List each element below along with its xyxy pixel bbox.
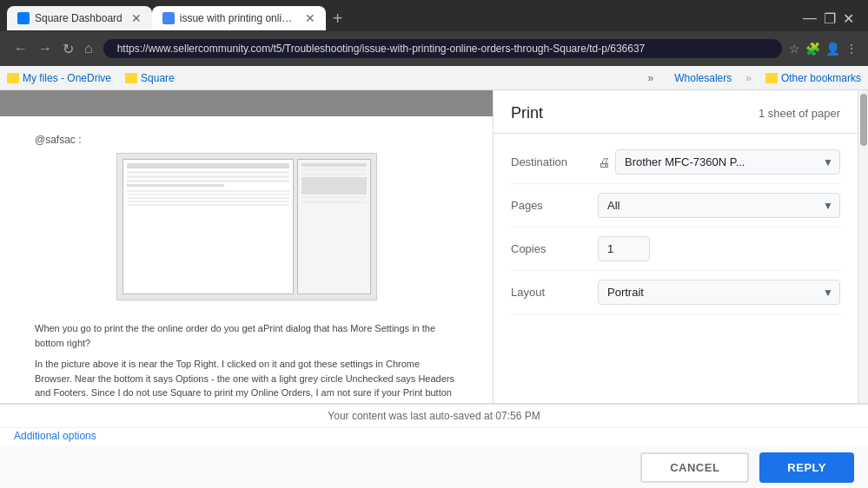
pages-row: Pages All ▼ [511, 184, 840, 228]
copies-control [598, 236, 840, 261]
reload-button[interactable]: ↻ [59, 39, 77, 59]
maximize-button[interactable]: ❐ [824, 10, 836, 27]
more-options-button[interactable]: ⋮ [845, 42, 858, 56]
forward-button[interactable]: → [35, 39, 56, 58]
bookmark-wholesalers[interactable]: Wholesalers [674, 72, 732, 84]
copies-label: Copies [511, 242, 598, 255]
layout-select[interactable]: Portrait Landscape [598, 280, 840, 305]
tab-label-1: Square Dashboard [35, 12, 123, 24]
bookmark-onedrive[interactable]: My files - OneDrive [7, 72, 111, 84]
pages-select[interactable]: All [598, 193, 840, 218]
destination-select-wrapper: 🖨 Brother MFC-7360N P... ▼ [598, 149, 840, 175]
preview-image [116, 153, 377, 300]
close-window-button[interactable]: ✕ [843, 10, 854, 27]
tab-favicon-1 [17, 12, 30, 24]
layout-label: Layout [511, 286, 598, 299]
additional-options-link[interactable]: Additional options [0, 428, 868, 445]
bookmark-label-onedrive: My files - OneDrive [23, 72, 111, 84]
content-inner: @safsac : [0, 116, 493, 446]
profile-button[interactable]: 👤 [825, 42, 840, 56]
tab-bar: Square Dashboard ✕ issue with printing o… [0, 0, 868, 31]
new-tab-button[interactable]: + [326, 9, 350, 29]
content-paragraph-1: When you go to print the the online orde… [35, 321, 458, 350]
print-title: Print [511, 104, 543, 122]
bookmark-icons: ☆ 🧩 👤 ⋮ [789, 42, 858, 56]
minimize-button[interactable]: — [803, 10, 817, 26]
destination-select[interactable]: Brother MFC-7360N P... [615, 149, 840, 175]
tab-close-1[interactable]: ✕ [131, 11, 142, 25]
layout-select-wrapper: Portrait Landscape ▼ [598, 280, 840, 305]
folder-icon-other [765, 73, 778, 83]
address-bar: ← → ↻ ⌂ ☆ 🧩 👤 ⋮ [0, 31, 868, 66]
bookmarks-arrow: » [745, 72, 752, 84]
bookmarks-bar: My files - OneDrive Square » Wholesalers… [0, 66, 868, 90]
browser-window: Square Dashboard ✕ issue with printing o… [0, 0, 868, 90]
bookmark-star-button[interactable]: ☆ [789, 42, 800, 56]
tab-close-2[interactable]: ✕ [305, 11, 315, 25]
bookmark-square[interactable]: Square [125, 72, 175, 84]
destination-row: Destination 🖨 Brother MFC-7360N P... ▼ [511, 141, 840, 184]
folder-icon-square [125, 73, 137, 83]
print-header: Print 1 sheet of paper [494, 90, 858, 134]
reply-button[interactable]: REPLY [759, 452, 854, 483]
layout-row: Layout Portrait Landscape ▼ [511, 271, 840, 314]
home-button[interactable]: ⌂ [81, 39, 96, 58]
user-handle: @safsac : [35, 134, 458, 146]
bookmark-label-wholesalers: Wholesalers [674, 72, 732, 84]
print-sheets: 1 sheet of paper [759, 107, 840, 120]
tab-favicon-2 [162, 12, 175, 24]
tab-square-dashboard[interactable]: Square Dashboard ✕ [7, 6, 152, 30]
bottom-editor-area: Your content was last auto-saved at 07:5… [0, 403, 868, 488]
tab-label-2: issue with printing online order... [180, 12, 296, 24]
folder-icon-onedrive [7, 73, 19, 83]
extensions-button[interactable]: 🧩 [805, 42, 820, 56]
printer-icon: 🖨 [598, 155, 610, 169]
destination-label: Destination [511, 155, 598, 168]
nav-buttons: ← → ↻ ⌂ [10, 39, 96, 59]
tab-issue-printing[interactable]: issue with printing online order... ✕ [152, 6, 326, 30]
pages-label: Pages [511, 199, 598, 212]
copies-input[interactable] [598, 236, 650, 261]
page-wrapper: @safsac : [0, 90, 868, 488]
reply-bar: CANCEL REPLY [0, 445, 868, 488]
autosave-text: Your content was last auto-saved at 07:5… [328, 410, 540, 422]
copies-row: Copies [511, 228, 840, 271]
top-bar-placeholder [0, 90, 493, 116]
bookmark-other[interactable]: Other bookmarks [765, 72, 861, 84]
bookmarks-separator: » [648, 72, 654, 84]
destination-control: 🖨 Brother MFC-7360N P... ▼ [598, 149, 840, 175]
cancel-reply-button[interactable]: CANCEL [640, 452, 749, 483]
autosave-bar: Your content was last auto-saved at 07:5… [0, 405, 868, 428]
layout-control: Portrait Landscape ▼ [598, 280, 840, 305]
bookmark-label-other: Other bookmarks [781, 72, 861, 84]
additional-options-label: Additional options [14, 430, 96, 442]
pages-control: All ▼ [598, 193, 840, 218]
pages-select-wrapper: All ▼ [598, 193, 840, 218]
window-controls: — ❐ ✕ [803, 10, 861, 27]
back-button[interactable]: ← [10, 39, 31, 58]
bookmark-label-square: Square [141, 72, 175, 84]
url-bar[interactable] [103, 39, 782, 58]
print-form: Destination 🖨 Brother MFC-7360N P... ▼ [494, 134, 858, 402]
scrollbar-thumb[interactable] [860, 94, 867, 146]
